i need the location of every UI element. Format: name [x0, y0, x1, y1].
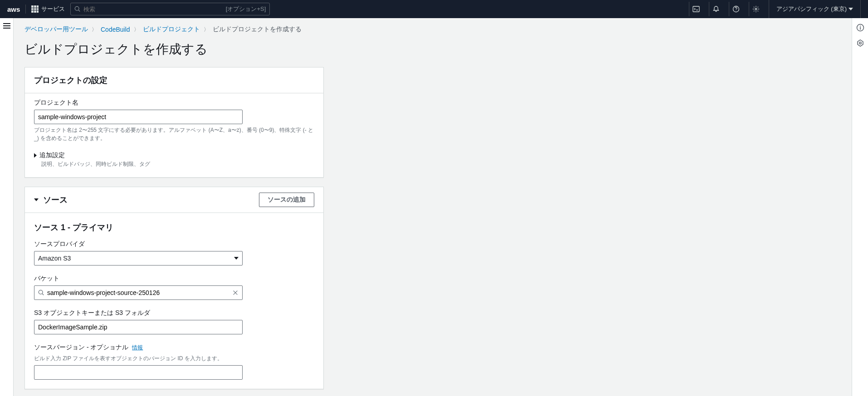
nav-divider — [25, 5, 26, 14]
project-name-label: プロジェクト名 — [34, 99, 314, 107]
chevron-down-icon[interactable] — [34, 198, 39, 201]
bucket-input[interactable] — [47, 289, 229, 296]
source-version-label: ソースバージョン - オプショナル 情報 — [34, 343, 314, 352]
source-panel-header: ソース ソースの追加 — [25, 187, 323, 212]
close-icon[interactable] — [232, 290, 239, 296]
source-panel-title: ソース — [43, 194, 68, 205]
svg-point-13 — [859, 42, 861, 44]
region-label: アジアパシフィック (東京) — [776, 5, 847, 13]
search-hint: [オプション+S] — [226, 5, 266, 13]
svg-point-10 — [860, 26, 861, 27]
source-version-info-link[interactable]: 情報 — [132, 344, 143, 351]
source-provider-label: ソースプロバイダ — [34, 240, 314, 248]
search-input[interactable] — [83, 6, 226, 13]
hamburger-icon — [3, 25, 10, 26]
notifications-icon[interactable] — [709, 2, 723, 16]
top-nav: aws サービス [オプション+S] アジアパシフィック (東京) — [0, 0, 868, 18]
cloudshell-icon[interactable] — [689, 2, 703, 16]
svg-rect-11 — [860, 27, 861, 30]
svg-line-1 — [79, 10, 80, 11]
svg-point-4 — [755, 8, 757, 10]
bucket-input-wrapper — [34, 285, 243, 300]
right-rail — [852, 18, 868, 396]
source-primary-title: ソース 1 - プライマリ — [34, 222, 314, 233]
project-settings-title: プロジェクトの設定 — [34, 75, 107, 86]
left-rail — [0, 18, 14, 396]
project-settings-panel: プロジェクトの設定 プロジェクト名 プロジェクト名は 2〜255 文字にする必要… — [24, 67, 324, 178]
tools-panel-icon[interactable] — [856, 39, 864, 47]
page-title: ビルドプロジェクトを作成する — [24, 41, 841, 58]
source-version-input[interactable] — [34, 365, 243, 380]
breadcrumb-link-0[interactable]: デベロッパー用ツール — [24, 25, 88, 34]
svg-point-5 — [39, 290, 43, 294]
services-menu-button[interactable]: サービス — [31, 5, 65, 13]
project-name-input[interactable] — [34, 110, 243, 124]
search-box[interactable]: [オプション+S] — [70, 3, 270, 15]
additional-settings-toggle[interactable]: 追加設定 — [34, 151, 314, 159]
breadcrumb-sep: 〉 — [92, 26, 97, 34]
source-version-hint: ビルド入力 ZIP ファイルを表すオブジェクトのバージョン ID を入力します。 — [34, 354, 314, 362]
hamburger-menu-button[interactable] — [1, 24, 12, 28]
svg-point-0 — [75, 6, 79, 10]
source-panel: ソース ソースの追加 ソース 1 - プライマリ ソースプロバイダ Amazon… — [24, 187, 324, 389]
chevron-right-icon — [34, 153, 37, 158]
aws-logo[interactable]: aws — [7, 5, 20, 13]
additional-settings-label: 追加設定 — [39, 151, 65, 159]
help-icon[interactable] — [729, 2, 743, 16]
info-panel-icon[interactable] — [856, 24, 864, 32]
chevron-down-icon — [848, 8, 853, 10]
main-content: デベロッパー用ツール 〉 CodeBuild 〉 ビルドプロジェクト 〉 ビルド… — [14, 18, 852, 396]
region-selector[interactable]: アジアパシフィック (東京) — [769, 0, 861, 18]
source-provider-value: Amazon S3 — [38, 255, 71, 262]
project-name-hint: プロジェクト名は 2〜255 文字にする必要があります。アルファベット (A〜Z… — [34, 126, 314, 142]
settings-icon[interactable] — [749, 2, 763, 16]
add-source-button[interactable]: ソースの追加 — [259, 193, 314, 207]
source-provider-select[interactable]: Amazon S3 — [34, 251, 243, 266]
additional-settings-sub: 説明、ビルドバッジ、同時ビルド制限、タグ — [41, 160, 314, 168]
services-label: サービス — [41, 5, 65, 13]
object-key-input[interactable] — [34, 320, 243, 334]
chevron-down-icon — [234, 257, 239, 260]
svg-marker-12 — [858, 40, 863, 46]
project-settings-header: プロジェクトの設定 — [25, 68, 323, 93]
search-icon — [74, 6, 81, 12]
breadcrumb-link-1[interactable]: CodeBuild — [101, 26, 130, 33]
search-icon — [38, 290, 44, 296]
svg-line-6 — [42, 294, 44, 295]
svg-rect-2 — [693, 6, 699, 12]
breadcrumb-link-2[interactable]: ビルドプロジェクト — [143, 25, 200, 34]
object-key-label: S3 オブジェクトキーまたは S3 フォルダ — [34, 309, 314, 317]
breadcrumb-sep: 〉 — [134, 26, 139, 34]
breadcrumb-current: ビルドプロジェクトを作成する — [213, 25, 302, 34]
grid-icon — [31, 5, 39, 13]
bucket-label: バケット — [34, 275, 314, 283]
breadcrumb-sep: 〉 — [204, 26, 209, 34]
breadcrumb: デベロッパー用ツール 〉 CodeBuild 〉 ビルドプロジェクト 〉 ビルド… — [24, 25, 841, 34]
